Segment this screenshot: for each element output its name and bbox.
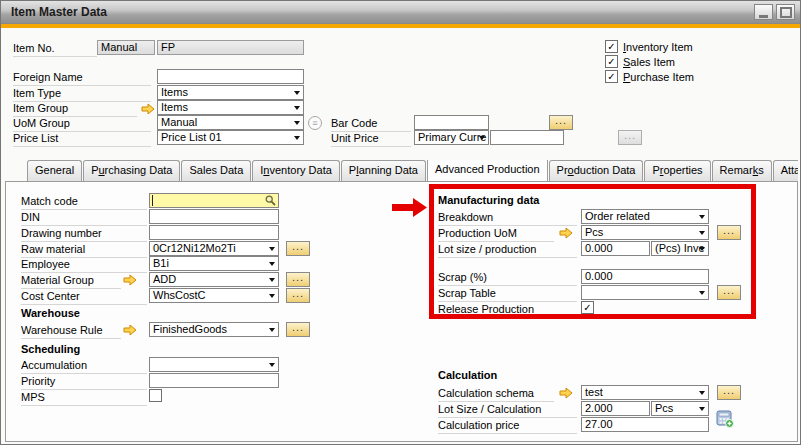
sales-item-label: Sales Item — [623, 56, 675, 70]
sales-item-checkbox[interactable]: ✓ — [605, 55, 618, 68]
cost-center-browse-button[interactable]: ... — [286, 288, 310, 303]
lot-size-calculation-input[interactable]: 2.000 — [581, 401, 650, 416]
item-no-field[interactable]: FP — [157, 40, 304, 55]
bar-code-browse-button[interactable]: ... — [549, 115, 573, 130]
chevron-down-icon — [269, 247, 275, 251]
tab-sales-data[interactable]: Sales Data — [181, 160, 251, 181]
lot-size-calculation-uom-select[interactable]: Pcs — [651, 401, 709, 416]
material-group-browse-button[interactable]: ... — [286, 272, 310, 287]
tab-advanced-production[interactable]: Advanced Production — [427, 160, 548, 181]
link-arrow-icon[interactable] — [559, 227, 573, 239]
unit-price-input[interactable] — [490, 130, 564, 145]
production-uom-browse-button[interactable]: ... — [717, 225, 741, 240]
item-type-label: Item Type — [13, 87, 151, 102]
link-arrow-icon[interactable] — [123, 324, 137, 336]
production-uom-select[interactable]: Pcs — [581, 225, 709, 240]
scrap-table-browse-button[interactable]: ... — [717, 285, 741, 300]
uom-group-label: UoM Group — [13, 117, 151, 132]
calculation-price-input[interactable]: 27.00 — [581, 417, 709, 432]
calculation-price-label: Calculation price — [438, 419, 577, 434]
chevron-down-icon — [294, 136, 300, 140]
raw-material-browse-button[interactable]: ... — [286, 241, 310, 256]
raw-material-label: Raw material — [21, 243, 147, 258]
item-type-select[interactable]: Items — [157, 85, 304, 100]
scrap-pct-label: Scrap (%) — [438, 271, 577, 286]
tab-production-data[interactable]: Production Data — [549, 160, 644, 181]
calculation-section-header: Calculation — [438, 369, 497, 381]
warehouse-rule-select[interactable]: FinishedGoods — [149, 322, 279, 337]
item-no-series-combo[interactable]: Manual — [97, 40, 155, 55]
tab-attachments[interactable]: Attachments — [773, 160, 798, 181]
mps-checkbox[interactable] — [149, 389, 162, 402]
link-arrow-icon[interactable] — [123, 274, 137, 286]
foreign-name-input[interactable] — [157, 69, 304, 84]
chevron-down-icon — [699, 231, 705, 235]
calculation-schema-select[interactable]: test — [581, 385, 709, 400]
link-arrow-icon[interactable] — [141, 103, 155, 115]
release-production-checkbox[interactable]: ✓ — [581, 301, 594, 314]
chevron-down-icon — [699, 247, 705, 251]
production-uom-label: Production UoM — [438, 227, 554, 242]
tab-purchasing-data[interactable]: Purchasing Data — [83, 160, 180, 181]
lot-size-calculation-label: Lot Size / Calculation — [438, 403, 577, 418]
tab-inventory-data[interactable]: Inventory Data — [252, 160, 340, 181]
calculator-icon[interactable] — [716, 410, 734, 428]
drawing-number-input[interactable] — [149, 225, 279, 240]
breakdown-select[interactable]: Order related — [581, 209, 709, 224]
item-group-select[interactable]: Items — [157, 100, 304, 115]
chevron-down-icon — [479, 136, 485, 140]
accent-bar — [1, 24, 800, 28]
bar-code-input[interactable] — [414, 115, 489, 130]
tab-remarks[interactable]: Remarks — [712, 160, 772, 181]
unit-price-browse-button[interactable]: ... — [618, 130, 642, 145]
warehouse-rule-browse-button[interactable]: ... — [286, 322, 310, 337]
window-title: Item Master Data — [11, 5, 107, 19]
scrap-table-label: Scrap Table — [438, 287, 577, 302]
warehouse-rule-label: Warehouse Rule — [21, 324, 121, 339]
tab-planning-data[interactable]: Planning Data — [341, 160, 426, 181]
match-code-input[interactable] — [149, 193, 279, 208]
maximize-icon — [780, 7, 792, 18]
calculation-schema-browse-button[interactable]: ... — [717, 385, 741, 400]
employee-label: Employee — [21, 258, 147, 273]
purchase-item-checkbox[interactable]: ✓ — [605, 70, 618, 83]
inventory-item-checkbox[interactable]: ✓ — [605, 40, 618, 53]
chevron-down-icon — [699, 291, 705, 295]
chevron-down-icon — [699, 407, 705, 411]
priority-label: Priority — [21, 375, 147, 390]
search-icon[interactable] — [265, 195, 276, 206]
material-group-select[interactable]: ADD — [149, 272, 279, 287]
material-group-label: Material Group — [21, 274, 121, 289]
manufacturing-data-header: Manufacturing data — [438, 194, 539, 206]
uom-definition-icon[interactable]: ≡ — [308, 116, 322, 130]
chevron-down-icon — [269, 262, 275, 266]
scrap-pct-input[interactable]: 0.000 — [581, 269, 709, 284]
cost-center-select[interactable]: WhsCostC — [149, 288, 279, 303]
accumulation-select[interactable] — [149, 357, 279, 372]
raw-material-select[interactable]: 0Cr12Ni12Mo2Ti — [149, 241, 279, 256]
unit-price-currency-select[interactable]: Primary Curre — [414, 130, 489, 145]
tab-general[interactable]: General — [27, 160, 82, 181]
lot-size-production-input[interactable]: 0.000 — [581, 241, 650, 256]
minimize-icon — [759, 15, 768, 18]
unit-price-label: Unit Price — [331, 132, 411, 147]
chevron-down-icon — [269, 363, 275, 367]
titlebar[interactable]: Item Master Data — [1, 1, 800, 24]
tab-properties[interactable]: Properties — [644, 160, 710, 181]
maximize-button[interactable] — [776, 4, 795, 20]
minimize-button[interactable] — [754, 4, 773, 20]
scrap-table-select[interactable] — [581, 285, 709, 300]
chevron-down-icon — [269, 278, 275, 282]
price-list-select[interactable]: Price List 01 — [157, 130, 304, 145]
scheduling-section-header: Scheduling — [21, 343, 80, 355]
uom-group-select[interactable]: Manual — [157, 115, 304, 130]
link-arrow-icon[interactable] — [559, 387, 573, 399]
bar-code-label: Bar Code — [331, 117, 411, 132]
din-input[interactable] — [149, 209, 279, 224]
foreign-name-label: Foreign Name — [13, 71, 151, 86]
employee-select[interactable]: B1i — [149, 256, 279, 271]
release-production-label: Release Production — [438, 303, 577, 318]
priority-input[interactable] — [149, 373, 279, 388]
window-controls — [754, 4, 795, 20]
lot-size-production-uom-select[interactable]: (Pcs) Inve — [651, 241, 709, 256]
